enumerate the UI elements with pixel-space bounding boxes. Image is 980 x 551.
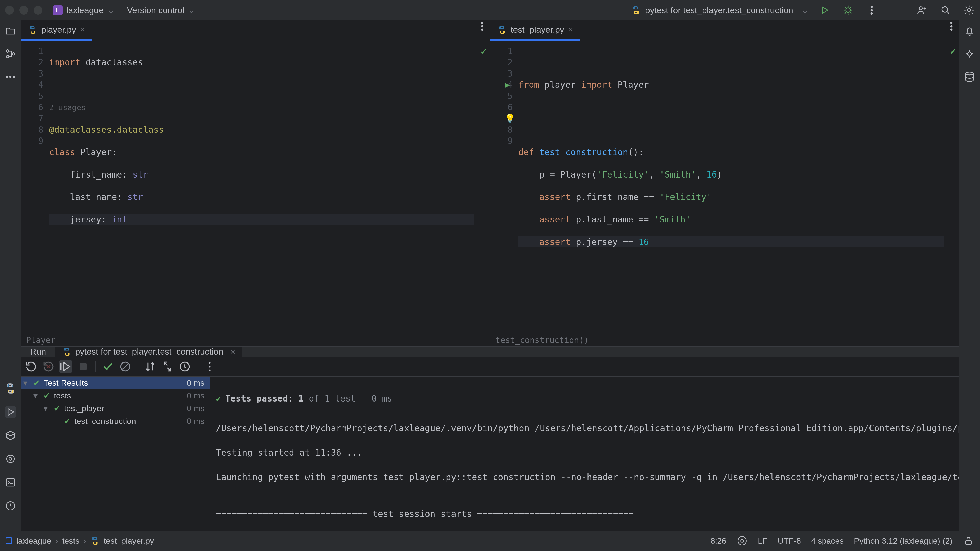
rerun-icon[interactable] — [24, 360, 38, 373]
more-icon[interactable] — [203, 360, 216, 373]
editor-pane-left: player.py × 123456789 import dataclasses… — [21, 21, 490, 346]
database-icon[interactable] — [964, 71, 975, 83]
indent-config[interactable]: 4 spaces — [811, 536, 844, 546]
python-packages-icon[interactable] — [5, 430, 16, 441]
intention-bulb-icon[interactable]: 💡 — [504, 113, 515, 124]
readonly-lock-icon[interactable] — [963, 535, 974, 547]
svg-point-6 — [967, 9, 970, 12]
inspection-ok-icon[interactable]: ✔ — [481, 45, 486, 57]
sort-icon[interactable] — [143, 360, 157, 373]
close-window-icon[interactable] — [5, 6, 14, 14]
inspection-ok-icon[interactable]: ✔ — [950, 45, 956, 57]
check-icon: ✔ — [216, 392, 221, 405]
tree-node[interactable]: ▾ ✔ test_player 0 ms — [21, 402, 210, 415]
project-name[interactable]: laxleague — [66, 5, 103, 15]
tab-player-py[interactable]: player.py × — [21, 21, 92, 41]
project-badge[interactable]: L — [52, 5, 63, 15]
usage-hint[interactable]: 2 usages — [49, 103, 86, 112]
svg-point-8 — [6, 56, 9, 58]
code-with-me-icon[interactable] — [916, 4, 928, 16]
code-editor[interactable]: import dataclasses 2 usages @dataclasses… — [49, 41, 474, 333]
tree-leaf[interactable]: ✔ test_construction 0 ms — [21, 415, 210, 427]
show-passed-icon[interactable] — [101, 360, 115, 373]
toggle-auto-test-icon[interactable] — [59, 360, 73, 373]
nav-breadcrumbs[interactable]: laxleague › tests › test_player.py — [6, 536, 154, 546]
version-control-menu[interactable]: Version control — [127, 5, 185, 15]
close-tab-icon[interactable]: × — [568, 25, 573, 35]
run-gutter-icon[interactable]: ▶ — [504, 79, 510, 90]
editor-more-icon[interactable] — [474, 21, 490, 32]
chevron-down-icon[interactable]: ⌄ — [188, 5, 195, 15]
svg-point-0 — [846, 8, 850, 13]
notifications-icon[interactable] — [964, 25, 975, 37]
code-editor[interactable]: ▶ 💡 from player import Player def test_c… — [518, 41, 944, 333]
rerun-failed-icon[interactable] — [42, 360, 55, 373]
test-console[interactable]: ✔Tests passed: 1 of 1 test – 0 ms /Users… — [210, 376, 980, 551]
more-tools-icon[interactable] — [5, 71, 16, 83]
python-file-icon — [28, 25, 37, 35]
test-history-icon[interactable] — [178, 360, 191, 373]
minimize-window-icon[interactable] — [19, 6, 28, 14]
tree-root[interactable]: ▾ ✔ Test Results 0 ms — [21, 376, 210, 389]
debug-button[interactable] — [842, 4, 854, 16]
crumb[interactable]: laxleague — [16, 536, 51, 546]
svg-point-15 — [481, 29, 483, 30]
terminal-icon[interactable] — [5, 476, 16, 488]
tree-label: tests — [54, 391, 71, 400]
chevron-down-icon[interactable]: ▾ — [41, 403, 50, 413]
run-button[interactable] — [819, 4, 830, 16]
chevron-down-icon[interactable]: ▾ — [31, 391, 40, 400]
run-config-selector[interactable]: pytest for test_player.test_construction… — [632, 5, 808, 15]
test-summary-count: Tests passed: 1 — [225, 393, 304, 403]
svg-point-5 — [942, 6, 948, 12]
problems-icon[interactable] — [5, 500, 16, 512]
run-tab-config[interactable]: pytest for test_player.test_construction… — [55, 347, 242, 357]
structure-tool-icon[interactable] — [5, 48, 16, 60]
test-tree[interactable]: ▾ ✔ Test Results 0 ms ▾ ✔ tests 0 ms — [21, 376, 210, 551]
search-icon[interactable] — [940, 4, 951, 16]
show-ignored-icon[interactable] — [119, 360, 132, 373]
svg-rect-29 — [6, 478, 15, 486]
tree-time: 0 ms — [187, 416, 204, 426]
svg-rect-19 — [80, 363, 86, 370]
svg-point-16 — [951, 22, 952, 24]
stop-icon[interactable] — [76, 360, 90, 373]
editor-more-icon[interactable] — [944, 21, 959, 32]
chevron-down-icon[interactable]: ▾ — [21, 378, 30, 388]
tab-test-player-py[interactable]: test_player.py × — [490, 21, 580, 41]
tree-label: Test Results — [44, 378, 88, 388]
python-file-icon — [497, 25, 507, 35]
svg-point-14 — [481, 25, 483, 27]
run-tool-title[interactable]: Run — [21, 347, 55, 357]
svg-point-26 — [966, 72, 973, 75]
tree-label: test_player — [64, 404, 104, 413]
line-numbers: 123456789 — [490, 41, 518, 333]
close-tab-icon[interactable]: × — [80, 25, 85, 35]
chevron-down-icon[interactable]: ⌄ — [107, 5, 115, 15]
caret-position[interactable]: 8:26 — [711, 536, 726, 546]
interpreter[interactable]: Python 3.12 (laxleague) (2) — [854, 536, 953, 546]
svg-point-10 — [6, 76, 8, 78]
breadcrumb[interactable]: Player — [21, 333, 490, 346]
settings-icon[interactable] — [963, 4, 975, 16]
crumb[interactable]: tests — [62, 536, 80, 546]
tree-time: 0 ms — [187, 378, 204, 388]
close-run-tab-icon[interactable]: × — [231, 347, 235, 357]
crumb[interactable]: test_player.py — [103, 536, 154, 546]
line-separator[interactable]: LF — [758, 536, 767, 546]
line-separator-icon[interactable] — [737, 535, 748, 547]
more-actions-icon[interactable] — [865, 4, 877, 16]
expand-all-icon[interactable] — [161, 360, 174, 373]
breadcrumb[interactable]: test_construction() — [490, 333, 959, 346]
check-icon: ✔ — [64, 416, 71, 426]
project-tool-icon[interactable] — [5, 25, 16, 37]
python-console-icon[interactable] — [5, 383, 16, 394]
services-icon[interactable] — [5, 453, 16, 465]
file-encoding[interactable]: UTF-8 — [778, 536, 801, 546]
tree-node[interactable]: ▾ ✔ tests 0 ms — [21, 389, 210, 402]
run-tool-icon[interactable] — [5, 406, 16, 418]
title-bar: L laxleague ⌄ Version control ⌄ pytest f… — [0, 0, 980, 21]
maximize-window-icon[interactable] — [34, 6, 42, 14]
ai-assistant-icon[interactable] — [964, 48, 975, 60]
chevron-down-icon[interactable]: ⌄ — [801, 5, 808, 15]
